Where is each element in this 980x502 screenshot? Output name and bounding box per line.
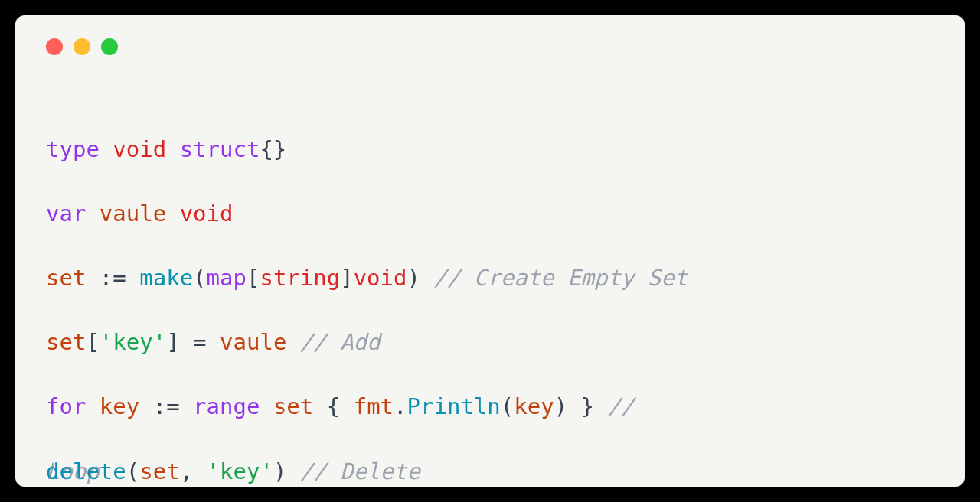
var-vaule: vaule — [220, 329, 286, 355]
close-icon[interactable] — [46, 38, 63, 55]
var-set: set — [273, 393, 313, 419]
bracket-open: [ — [247, 265, 260, 291]
minimize-icon[interactable] — [74, 38, 90, 55]
var-name: vaule — [100, 200, 166, 227]
comment: // Create Empty Set — [433, 265, 688, 291]
code-line-2: var vaule void — [46, 197, 934, 230]
keyword-map: map — [207, 265, 247, 291]
string-key: 'key' — [100, 329, 166, 355]
code-window: type void struct{} var vaule void set :=… — [15, 15, 965, 487]
code-line-1: type void struct{} — [46, 133, 934, 165]
paren-close: ) — [407, 265, 420, 291]
bracket-close: ] — [166, 329, 179, 355]
code-line-6: Loopdelete(set, 'key') // Delete — [46, 455, 934, 487]
op-eq: = — [193, 329, 206, 355]
maximize-icon[interactable] — [101, 38, 118, 55]
bracket-close: ] — [340, 265, 353, 291]
comment: // Delete — [300, 458, 420, 484]
brace-open: { — [327, 393, 340, 419]
type-ref: void — [180, 200, 234, 227]
arg-key: key — [514, 393, 554, 419]
op-assign: := — [100, 265, 126, 291]
type-name: void — [113, 136, 166, 162]
keyword-struct: struct — [180, 136, 260, 162]
string-key: 'key' — [207, 458, 273, 484]
pkg-fmt: fmt — [354, 393, 394, 419]
paren-close: ) — [554, 393, 567, 419]
bracket-open: [ — [86, 329, 99, 355]
code-line-3: set := make(map[string]void) // Create E… — [46, 262, 934, 294]
arg-set: set — [139, 458, 179, 484]
type-void: void — [354, 265, 407, 291]
fn-make: make — [139, 265, 193, 291]
op-assign: := — [153, 393, 180, 419]
keyword-type: type — [46, 136, 100, 162]
keyword-for: for — [46, 393, 86, 419]
code-line-4: set['key'] = vaule // Add — [46, 326, 934, 358]
var-set: set — [46, 329, 86, 355]
paren-open: ( — [126, 458, 139, 484]
keyword-var: var — [46, 200, 86, 227]
comment: // — [608, 393, 635, 419]
fn-delete: delete — [46, 458, 126, 484]
paren-open: ( — [193, 265, 206, 291]
fn-println: Println — [407, 393, 501, 419]
code-line-5: for key := range set { fmt.Println(key) … — [46, 390, 934, 422]
paren-close: ) — [273, 458, 286, 484]
code-block: type void struct{} var vaule void set :=… — [46, 101, 934, 502]
keyword-range: range — [193, 393, 260, 419]
comment: // Add — [300, 329, 381, 355]
brace-close: } — [581, 393, 594, 419]
var-key: key — [100, 393, 139, 419]
overlap-front: delete(set, 'key') // Delete — [46, 455, 420, 487]
var-set: set — [46, 265, 86, 291]
paren-open: ( — [501, 393, 514, 419]
comma: , — [180, 458, 193, 484]
dot: . — [394, 393, 407, 419]
type-string: string — [260, 265, 340, 291]
titlebar — [46, 38, 934, 55]
braces: {} — [260, 136, 286, 162]
